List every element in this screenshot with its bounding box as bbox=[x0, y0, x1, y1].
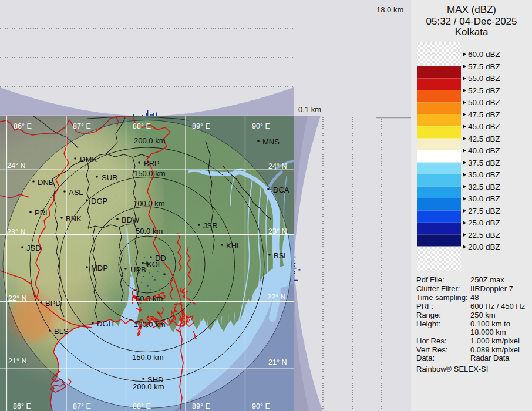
svg-text:50.0 km: 50.0 km bbox=[136, 227, 163, 235]
svg-text:25.0 dBZ: 25.0 dBZ bbox=[468, 218, 500, 227]
svg-text:90° E: 90° E bbox=[252, 402, 270, 410]
svg-text:Range:: Range: bbox=[416, 311, 441, 319]
svg-text:MDP: MDP bbox=[91, 264, 108, 272]
svg-text:35.0 dBZ: 35.0 dBZ bbox=[468, 170, 500, 179]
svg-text:22° N: 22° N bbox=[267, 293, 285, 301]
svg-text:50.0 dBZ: 50.0 dBZ bbox=[468, 98, 500, 107]
svg-text:Hor Res:: Hor Res: bbox=[416, 336, 446, 345]
svg-text:DGH: DGH bbox=[97, 319, 114, 328]
svg-text:37.5 dBZ: 37.5 dBZ bbox=[468, 159, 500, 167]
svg-text:23° N: 23° N bbox=[268, 227, 287, 235]
svg-text:JSD: JSD bbox=[26, 244, 41, 252]
svg-text:50.0 km: 50.0 km bbox=[136, 294, 163, 303]
svg-text:BSL: BSL bbox=[274, 251, 288, 260]
svg-text:86° E: 86° E bbox=[14, 122, 32, 130]
svg-text:40.0 dBZ: 40.0 dBZ bbox=[468, 146, 500, 155]
svg-text:100.0 km: 100.0 km bbox=[133, 199, 164, 208]
svg-text:Vert Res:: Vert Res: bbox=[416, 345, 447, 354]
svg-text:250Z.max: 250Z.max bbox=[470, 275, 504, 284]
svg-text:60.0 dBZ: 60.0 dBZ bbox=[468, 50, 500, 59]
svg-text:87° E: 87° E bbox=[73, 122, 91, 130]
svg-text:PRF:: PRF: bbox=[416, 302, 434, 311]
svg-text:IIRDoppler 7: IIRDoppler 7 bbox=[470, 284, 513, 293]
svg-text:32.5 dBZ: 32.5 dBZ bbox=[468, 183, 500, 191]
svg-text:MNS: MNS bbox=[262, 137, 280, 146]
svg-text:PRL: PRL bbox=[35, 208, 49, 217]
svg-text:22° N: 22° N bbox=[8, 294, 26, 302]
svg-text:BLS: BLS bbox=[54, 327, 69, 336]
svg-text:250 km: 250 km bbox=[470, 311, 496, 319]
svg-text:SUR: SUR bbox=[102, 173, 117, 182]
svg-text:05:32 / 04-Dec-2025: 05:32 / 04-Dec-2025 bbox=[426, 16, 517, 27]
svg-text:20.0 dBZ: 20.0 dBZ bbox=[468, 242, 500, 251]
svg-text:Kolkata: Kolkata bbox=[455, 26, 489, 38]
svg-text:BNK: BNK bbox=[66, 214, 82, 223]
svg-text:0.089 km/pixel: 0.089 km/pixel bbox=[470, 345, 520, 354]
svg-text:21° N: 21° N bbox=[8, 357, 26, 365]
svg-text:600 Hz / 450 Hz: 600 Hz / 450 Hz bbox=[470, 302, 525, 311]
svg-text:88° E: 88° E bbox=[133, 402, 151, 410]
svg-text:89° E: 89° E bbox=[192, 402, 210, 410]
svg-text:BPD: BPD bbox=[45, 299, 61, 308]
svg-text:89° E: 89° E bbox=[192, 122, 210, 130]
svg-text:Pdf File:: Pdf File: bbox=[416, 275, 445, 284]
svg-text:45.0 dBZ: 45.0 dBZ bbox=[468, 122, 500, 131]
svg-text:SHD: SHD bbox=[147, 375, 163, 384]
svg-text:BRP: BRP bbox=[144, 159, 160, 168]
svg-text:Clutter Filter:: Clutter Filter: bbox=[416, 284, 460, 293]
svg-text:23° N: 23° N bbox=[7, 228, 25, 236]
svg-text:JSR: JSR bbox=[203, 221, 218, 230]
svg-text:86° E: 86° E bbox=[13, 402, 31, 410]
svg-text:KOL: KOL bbox=[147, 260, 162, 269]
svg-text:18.000 km: 18.000 km bbox=[470, 328, 506, 336]
svg-text:Rainbow® SELEX-SI: Rainbow® SELEX-SI bbox=[416, 365, 488, 373]
svg-text:24° N: 24° N bbox=[268, 162, 287, 170]
svg-text:Height:: Height: bbox=[416, 319, 440, 328]
svg-text:ASL: ASL bbox=[69, 188, 83, 197]
svg-text:KHL: KHL bbox=[226, 241, 241, 250]
svg-text:DCA: DCA bbox=[273, 186, 289, 194]
svg-text:UPB: UPB bbox=[130, 265, 146, 274]
svg-text:BDW: BDW bbox=[122, 215, 140, 224]
svg-text:0.1 km: 0.1 km bbox=[298, 105, 321, 114]
svg-text:0.100 km to: 0.100 km to bbox=[470, 319, 510, 328]
svg-text:90° E: 90° E bbox=[252, 122, 270, 130]
svg-text:24° N: 24° N bbox=[7, 161, 25, 170]
svg-text:27.5 dBZ: 27.5 dBZ bbox=[468, 207, 500, 215]
svg-text:100.0 km: 100.0 km bbox=[134, 320, 165, 329]
svg-text:48: 48 bbox=[470, 293, 479, 302]
svg-text:18.0 km: 18.0 km bbox=[376, 5, 403, 14]
svg-text:1.000 km/pixel: 1.000 km/pixel bbox=[470, 336, 520, 345]
svg-text:200.0 km: 200.0 km bbox=[134, 136, 165, 145]
svg-text:42.5 dBZ: 42.5 dBZ bbox=[468, 134, 500, 143]
svg-text:DMK: DMK bbox=[80, 155, 97, 164]
svg-text:52.5 dBZ: 52.5 dBZ bbox=[468, 86, 500, 95]
svg-text:Radar Data: Radar Data bbox=[470, 353, 510, 362]
svg-text:150.0 km: 150.0 km bbox=[132, 353, 163, 362]
svg-text:22.5 dBZ: 22.5 dBZ bbox=[468, 231, 500, 240]
svg-text:30.0 dBZ: 30.0 dBZ bbox=[468, 194, 500, 203]
svg-text:57.5 dBZ: 57.5 dBZ bbox=[468, 62, 500, 71]
svg-text:MAX (dBZ): MAX (dBZ) bbox=[447, 4, 496, 15]
svg-text:21° N: 21° N bbox=[268, 358, 287, 366]
svg-text:55.0 dBZ: 55.0 dBZ bbox=[468, 74, 500, 83]
svg-text:DNB: DNB bbox=[38, 178, 53, 187]
svg-text:47.5 dBZ: 47.5 dBZ bbox=[468, 110, 500, 119]
svg-text:Data:: Data: bbox=[416, 353, 435, 362]
svg-text:87° E: 87° E bbox=[73, 402, 91, 410]
svg-text:88° E: 88° E bbox=[133, 122, 151, 130]
svg-text:DGP: DGP bbox=[91, 197, 107, 206]
svg-text:Time sampling:: Time sampling: bbox=[416, 293, 468, 302]
svg-text:150.0 km: 150.0 km bbox=[134, 169, 165, 178]
